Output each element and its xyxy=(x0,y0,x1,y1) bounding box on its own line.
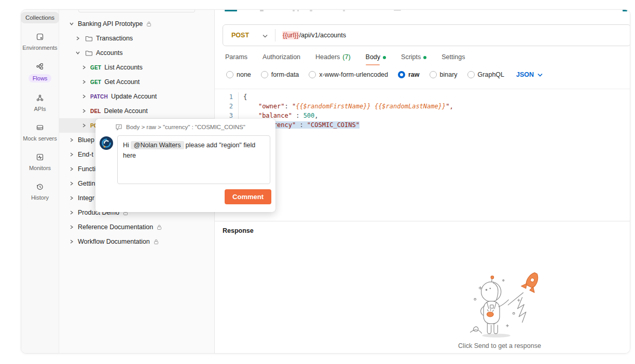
tree-item-delete-account[interactable]: DEL Delete Account xyxy=(59,104,214,118)
tree-item-list-accounts[interactable]: GET List Accounts xyxy=(59,60,214,75)
tab-settings[interactable]: Settings xyxy=(441,53,465,65)
rail-item-apis[interactable]: APIs xyxy=(34,94,46,112)
code-line: 1 { xyxy=(215,92,630,102)
monitors-icon xyxy=(36,153,44,163)
chevron-right-icon[interactable] xyxy=(80,94,88,99)
chevron-right-icon[interactable] xyxy=(67,138,76,142)
comment-input[interactable]: Hi@Nolan Waltersplease add "region" fiel… xyxy=(117,135,270,184)
history-icon xyxy=(36,183,44,193)
tab-scripts[interactable]: Scripts xyxy=(401,53,426,65)
tab-headers[interactable]: Headers(7) xyxy=(315,53,351,65)
url-path: /api/v1/accounts xyxy=(299,32,346,39)
body-editor[interactable]: 1 { 2 "owner": "{{$randomFirstName}} {{$… xyxy=(215,89,630,221)
rail-item-mock-servers[interactable]: Mock servers xyxy=(23,123,57,142)
environments-icon xyxy=(36,33,44,43)
rail-item-environments[interactable]: Environments xyxy=(22,33,57,51)
tree-item-reference-documentation[interactable]: Reference Documentation xyxy=(59,220,214,234)
tab-body[interactable]: Body xyxy=(366,53,386,65)
mention-chip[interactable]: @Nolan Walters xyxy=(131,141,184,149)
chevron-right-icon[interactable] xyxy=(67,181,76,186)
tab-authorization[interactable]: Authorization xyxy=(263,53,300,65)
folder-icon xyxy=(85,35,92,41)
rail-item-history[interactable]: History xyxy=(31,183,49,201)
radio-icon xyxy=(467,71,475,78)
sidebar-rail: Collections Environments Flows APIs xyxy=(21,10,59,353)
tree-item-label: Workflow Documentation xyxy=(78,238,150,245)
body-type-urlencoded[interactable]: x-www-form-urlencoded xyxy=(309,71,388,78)
tree-item-label: Bluep xyxy=(78,136,94,144)
tree-item-label: Accounts xyxy=(96,49,122,57)
method-badge: DEL xyxy=(90,108,101,114)
chevron-right-icon[interactable] xyxy=(67,167,76,171)
url-input[interactable]: {{url}}/api/v1/accounts xyxy=(275,32,346,39)
tree-item-label: Delete Account xyxy=(104,107,148,115)
tree-item-label: End-t xyxy=(78,151,93,158)
chevron-down-icon[interactable] xyxy=(67,22,76,26)
tab-params[interactable]: Params xyxy=(225,53,247,65)
body-type-graphql[interactable]: GraphQL xyxy=(467,71,504,78)
chevron-right-icon[interactable] xyxy=(67,211,76,215)
request-tabs: Params Authorization Headers(7) Body Scr… xyxy=(225,53,465,65)
chevron-down-icon xyxy=(537,73,543,77)
chevron-right-icon[interactable] xyxy=(80,109,88,113)
green-dot-icon xyxy=(383,56,386,59)
code-line-commented: "currency" : "COSMIC_COINS" xyxy=(215,120,630,130)
tree-item-label: Gettin xyxy=(78,180,95,187)
flows-icon xyxy=(36,62,44,73)
chevron-right-icon[interactable] xyxy=(67,225,76,229)
body-type-raw[interactable]: raw xyxy=(398,71,420,78)
tree-item-label: Get Account xyxy=(104,78,140,86)
rail-item-label: Environments xyxy=(22,45,57,51)
language-selector[interactable]: JSON xyxy=(516,71,543,78)
body-type-none[interactable]: none xyxy=(226,71,251,78)
chevron-down-icon xyxy=(263,31,268,40)
chevron-right-icon[interactable] xyxy=(67,240,76,244)
divider xyxy=(215,221,630,221)
chevron-right-icon[interactable] xyxy=(80,65,88,69)
tree-item-workflow-documentation[interactable]: Workflow Documentation xyxy=(59,234,214,249)
rail-item-flows[interactable]: Flows xyxy=(29,62,52,82)
comment-text: Hi xyxy=(123,142,129,149)
radio-icon xyxy=(430,71,437,78)
comment-button[interactable]: Comment xyxy=(225,189,271,204)
tree-item-banking-api-prototype[interactable]: Banking API Prototype xyxy=(59,17,214,31)
rail-item-label: Flows xyxy=(29,74,52,82)
response-section-title: Response xyxy=(223,227,254,234)
chevron-right-icon[interactable] xyxy=(80,123,88,128)
comment-context: Body > raw > "currency" : "COSMIC_COINS" xyxy=(95,119,275,133)
chevron-down-icon[interactable] xyxy=(74,51,82,55)
body-type-selector: none form-data x-www-form-urlencoded raw… xyxy=(226,71,543,78)
comment-popup: Body > raw > "currency" : "COSMIC_COINS"… xyxy=(95,119,275,212)
code-line: 2 "owner": "{{$randomFirstName}} {{$rand… xyxy=(215,102,630,111)
chevron-right-icon[interactable] xyxy=(74,36,82,40)
method-badge: PATCH xyxy=(90,94,108,100)
tree-item-update-account[interactable]: PATCH Update Account xyxy=(59,89,214,104)
folder-icon xyxy=(85,50,92,56)
chevron-right-icon[interactable] xyxy=(80,80,88,84)
comment-breadcrumb: Body > raw > "currency" : "COSMIC_COINS" xyxy=(126,124,245,130)
method-selector[interactable]: POST xyxy=(223,31,275,40)
tree-item-label: Transactions xyxy=(96,35,133,42)
green-dot-icon xyxy=(423,56,426,59)
method-label: POST xyxy=(231,32,249,39)
response-empty-caption: Click Send to get a response xyxy=(427,342,572,349)
body-type-binary[interactable]: binary xyxy=(430,71,458,78)
radio-icon xyxy=(309,71,316,78)
rail-item-monitors[interactable]: Monitors xyxy=(29,153,51,171)
rail-item-collections[interactable]: Collections xyxy=(21,12,59,23)
rail-item-label: APIs xyxy=(34,106,46,112)
tree-item-accounts[interactable]: Accounts xyxy=(59,46,214,60)
tree-item-label: Functi xyxy=(78,165,95,173)
chevron-right-icon[interactable] xyxy=(67,196,76,200)
url-bar: POST {{url}}/api/v1/accounts xyxy=(223,24,630,46)
tree-item-get-account[interactable]: GET Get Account xyxy=(59,75,214,89)
headers-count: (7) xyxy=(342,53,350,61)
radio-icon xyxy=(226,71,233,78)
radio-selected-icon xyxy=(398,71,405,78)
body-type-form-data[interactable]: form-data xyxy=(261,71,299,78)
tree-item-transactions[interactable]: Transactions xyxy=(59,31,214,46)
chevron-right-icon[interactable] xyxy=(67,152,76,157)
lock-icon xyxy=(154,239,159,245)
apis-icon xyxy=(36,94,44,104)
mock-servers-icon xyxy=(36,123,44,134)
